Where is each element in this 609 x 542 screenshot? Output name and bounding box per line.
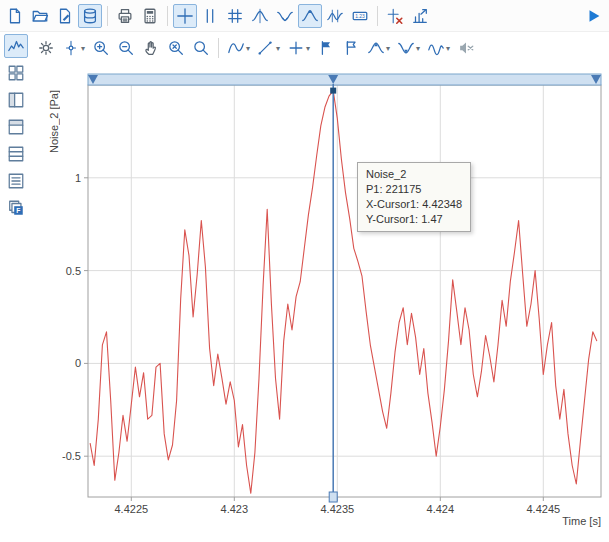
add-marker-button[interactable]: ▾ (284, 36, 313, 60)
play-button[interactable] (582, 4, 606, 28)
gear-icon (37, 39, 55, 57)
tooltip-y-cursor: Y-Cursor1: 1.47 (366, 212, 462, 227)
harmonic-cursor-button[interactable] (323, 4, 347, 28)
tooltip-x-cursor: X-Cursor1: 4.42348 (366, 197, 462, 212)
print-button[interactable] (113, 4, 137, 28)
tooltip-series-name: Noise_2 (366, 167, 462, 182)
cursor-mode-button[interactable]: ▾ (59, 36, 88, 60)
x-axis-label: Time [s] (562, 515, 601, 527)
chart-area: ▾▾▾▾▾▾▾ 4.42254.4234.42354.4244.4245-0.5… (32, 32, 609, 542)
single-cursor-button[interactable] (173, 4, 197, 28)
layout-quad-button[interactable] (4, 61, 28, 85)
waveform-trace (90, 91, 597, 494)
delete-cursor-button[interactable] (383, 4, 407, 28)
zoom-in-button[interactable] (89, 36, 113, 60)
new-document-button[interactable] (3, 4, 27, 28)
hand-icon (142, 39, 160, 57)
peak-marker-button[interactable]: ▾ (364, 36, 393, 60)
edit-document-button[interactable] (53, 4, 77, 28)
envelope-icon (227, 39, 245, 57)
toolbar-separator (167, 6, 168, 26)
layout-rows-button[interactable] (4, 142, 28, 166)
curve-slope-icon (251, 7, 269, 25)
database-icon (81, 7, 99, 25)
wave-marker-button[interactable]: ▾ (424, 36, 453, 60)
caret-down-icon: ▾ (276, 44, 280, 53)
toolbar-separator (218, 38, 219, 58)
chart-toolbar: ▾▾▾▾▾▾▾ (32, 32, 609, 64)
flag-outline-icon (342, 39, 360, 57)
view-curves-icon (7, 37, 25, 55)
toolbar-separator (107, 6, 108, 26)
slope-icon (257, 39, 275, 57)
slope-cursor-button[interactable] (248, 4, 272, 28)
view-curve-window-button[interactable] (4, 34, 28, 58)
max-cursor-button[interactable] (298, 4, 322, 28)
layout-left-button[interactable] (4, 88, 28, 112)
mute-icon (457, 39, 475, 57)
curve-max-icon (301, 7, 319, 25)
layout-sidebar: F (0, 32, 32, 542)
cursor-probe-icon (62, 39, 80, 57)
layout-list-button[interactable] (4, 169, 28, 193)
valley-curve-icon (397, 39, 415, 57)
y-axis-label: Noise_2 [Pa] (48, 90, 60, 153)
zoom-out-button[interactable] (114, 36, 138, 60)
x-tick-label: 4.424 (427, 503, 455, 515)
marker-plus-icon (287, 39, 305, 57)
slope-button[interactable]: ▾ (254, 36, 283, 60)
layout-quad-icon (7, 64, 25, 82)
wave-small-icon (427, 39, 445, 57)
layout-rows-icon (7, 145, 25, 163)
double-cursor-button[interactable] (198, 4, 222, 28)
doc-new-icon (6, 7, 24, 25)
calculator-icon (141, 7, 159, 25)
flag-marker-button[interactable] (314, 36, 338, 60)
view-f-icon: F (7, 199, 25, 217)
caret-down-icon: ▾ (446, 44, 450, 53)
valley-marker-button[interactable]: ▾ (394, 36, 423, 60)
export-values-button[interactable] (408, 4, 432, 28)
chart-settings-button[interactable] (34, 36, 58, 60)
curve-window: 4.42254.4234.42354.4244.4245-0.500.51Tim… (32, 64, 609, 542)
flag-marker-alt-button[interactable] (339, 36, 363, 60)
curve-min-icon (276, 7, 294, 25)
cursor-bottom-handle[interactable] (329, 492, 337, 502)
caret-down-icon: ▾ (386, 44, 390, 53)
zoom-in-icon (92, 39, 110, 57)
value-display-button[interactable]: 1.23 (348, 4, 372, 28)
open-button[interactable] (28, 4, 52, 28)
envelope-button[interactable]: ▾ (224, 36, 253, 60)
min-cursor-button[interactable] (273, 4, 297, 28)
x-tick-label: 4.4225 (114, 503, 148, 515)
flag-icon (317, 39, 335, 57)
layout-split-icon (7, 118, 25, 136)
doc-edit-icon (56, 7, 74, 25)
curve-harm-icon (326, 7, 344, 25)
zoom-fit-icon (192, 39, 210, 57)
zoom-reset-button[interactable] (164, 36, 188, 60)
x-tick-label: 4.4235 (320, 503, 354, 515)
y-tick-label: 0.5 (66, 265, 81, 277)
layout-left-icon (7, 91, 25, 109)
cursor-single-icon (176, 7, 194, 25)
data-source-button[interactable] (78, 4, 102, 28)
toolbar-separator (377, 6, 378, 26)
cursor-point-marker (330, 88, 336, 94)
svg-text:F: F (16, 207, 20, 214)
overview-bar[interactable] (88, 74, 601, 85)
tooltip-sample: P1: 221175 (366, 182, 462, 197)
pan-button[interactable] (139, 36, 163, 60)
layout-split-button[interactable] (4, 115, 28, 139)
chart-svg[interactable]: 4.42254.4234.42354.4244.4245-0.500.51Tim… (32, 64, 609, 542)
grid-cursor-button[interactable] (223, 4, 247, 28)
zoom-fit-button[interactable] (189, 36, 213, 60)
play-icon (585, 7, 603, 25)
cursor-double-icon (201, 7, 219, 25)
calculator-button[interactable] (138, 4, 162, 28)
zoom-out-icon (117, 39, 135, 57)
mute-button[interactable] (454, 36, 478, 60)
frequency-view-button[interactable]: F (4, 196, 28, 220)
export-chart-icon (411, 7, 429, 25)
y-tick-label: 0 (75, 357, 81, 369)
